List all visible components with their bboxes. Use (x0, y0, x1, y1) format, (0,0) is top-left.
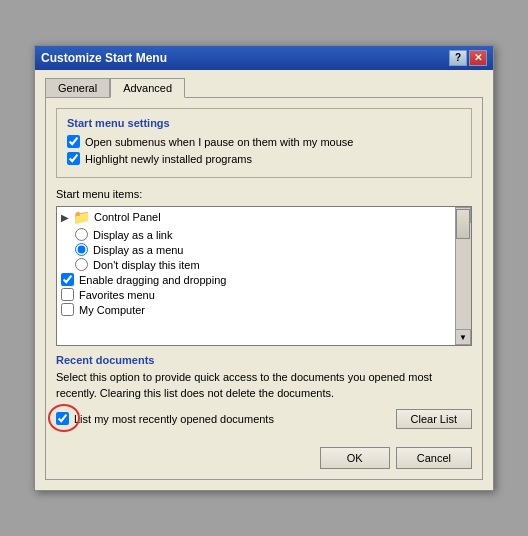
list-item-control-panel: ▶ 📁 Control Panel (57, 207, 455, 227)
menu-items-list[interactable]: ▶ 📁 Control Panel Display as a link Disp… (56, 206, 472, 346)
mycomputer-checkbox[interactable] (61, 303, 74, 316)
control-panel-label: Control Panel (94, 211, 161, 223)
radio-no-display: Don't display this item (57, 257, 455, 272)
arrow-icon: ▶ (61, 212, 69, 223)
folder-icon: 📁 (73, 209, 90, 225)
dragging-label: Enable dragging and dropping (79, 274, 226, 286)
radio-nodisplay-label: Don't display this item (93, 259, 200, 271)
customize-start-menu-dialog: Customize Start Menu ? ✕ General Advance… (34, 45, 494, 491)
recent-check-area: List my most recently opened documents (56, 412, 274, 425)
radio-menu-input[interactable] (75, 243, 88, 256)
scrollbar-thumb[interactable] (456, 209, 470, 239)
highlight-programs-checkbox[interactable] (67, 152, 80, 165)
dialog-title: Customize Start Menu (41, 51, 167, 65)
bottom-buttons: OK Cancel (56, 439, 472, 469)
open-submenus-label: Open submenus when I pause on them with … (85, 136, 353, 148)
clear-list-button[interactable]: Clear List (396, 409, 472, 429)
menu-items-section: Start menu items: ▶ 📁 Control Panel Disp… (56, 188, 472, 346)
recent-docs-header: Recent documents (56, 354, 472, 366)
ok-button[interactable]: OK (320, 447, 390, 469)
recent-docs-checkbox[interactable] (56, 412, 69, 425)
open-submenus-checkbox[interactable] (67, 135, 80, 148)
mycomputer-label: My Computer (79, 304, 145, 316)
favorites-label: Favorites menu (79, 289, 155, 301)
dialog-content: General Advanced Start menu settings Ope… (35, 70, 493, 490)
check-dragging: Enable dragging and dropping (57, 272, 455, 287)
tab-advanced[interactable]: Advanced (110, 78, 185, 98)
radio-display-menu: Display as a menu (57, 242, 455, 257)
radio-link-input[interactable] (75, 228, 88, 241)
tab-general[interactable]: General (45, 78, 110, 98)
radio-link-label: Display as a link (93, 229, 172, 241)
scrollbar-down-arrow[interactable]: ▼ (455, 329, 471, 345)
settings-section-label: Start menu settings (67, 117, 461, 129)
check-mycomputer: My Computer (57, 302, 455, 317)
tab-panel-advanced: Start menu settings Open submenus when I… (45, 97, 483, 480)
radio-nodisplay-input[interactable] (75, 258, 88, 271)
help-button[interactable]: ? (449, 50, 467, 66)
favorites-checkbox[interactable] (61, 288, 74, 301)
highlight-programs-label: Highlight newly installed programs (85, 153, 252, 165)
dragging-checkbox[interactable] (61, 273, 74, 286)
recent-docs-row: List my most recently opened documents C… (56, 409, 472, 429)
title-bar: Customize Start Menu ? ✕ (35, 46, 493, 70)
recent-docs-description: Select this option to provide quick acce… (56, 370, 472, 401)
radio-display-link: Display as a link (57, 227, 455, 242)
menu-items-label: Start menu items: (56, 188, 472, 200)
title-controls: ? ✕ (449, 50, 487, 66)
checkbox-row-1: Open submenus when I pause on them with … (67, 135, 461, 148)
close-button[interactable]: ✕ (469, 50, 487, 66)
recent-documents-section: Recent documents Select this option to p… (56, 354, 472, 429)
check-favorites: Favorites menu (57, 287, 455, 302)
tab-bar: General Advanced (45, 78, 483, 98)
scrollbar-track: ▲ ▼ (455, 207, 471, 345)
cancel-button[interactable]: Cancel (396, 447, 472, 469)
title-bar-left: Customize Start Menu (41, 51, 167, 65)
radio-menu-label: Display as a menu (93, 244, 184, 256)
checkbox-row-2: Highlight newly installed programs (67, 152, 461, 165)
settings-group: Start menu settings Open submenus when I… (56, 108, 472, 178)
recent-docs-label: List my most recently opened documents (74, 413, 274, 425)
